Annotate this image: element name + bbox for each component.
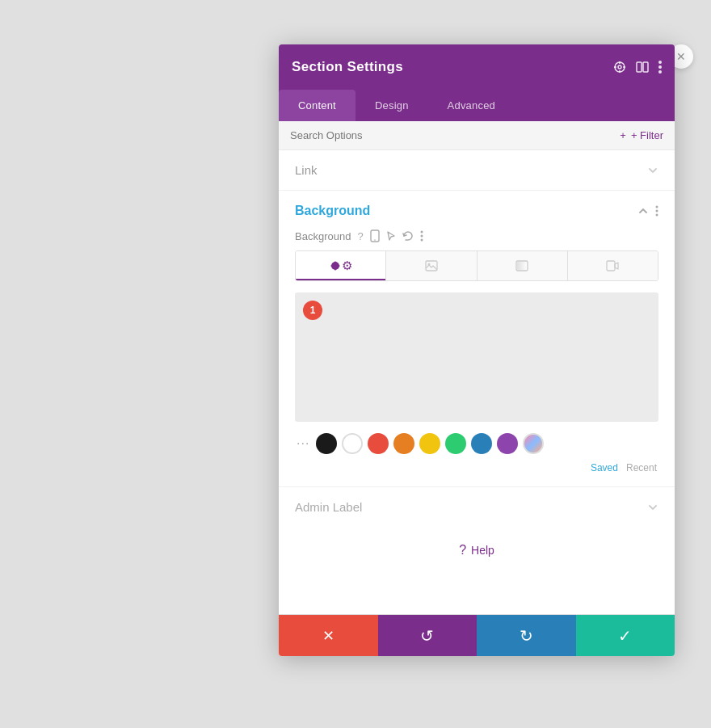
background-section: Background — [279, 191, 675, 486]
help-circle-icon: ? — [459, 543, 466, 558]
swatch-yellow[interactable] — [419, 433, 440, 454]
color-preview-area: 1 — [295, 292, 658, 422]
modal-header: Section Settings — [279, 44, 675, 90]
help-row[interactable]: ? Help — [279, 527, 675, 574]
swatch-green[interactable] — [445, 433, 466, 454]
recent-tab[interactable]: Recent — [626, 462, 657, 473]
toolbar-kebab-icon[interactable] — [420, 230, 423, 242]
header-icons — [613, 61, 662, 74]
admin-label-section[interactable]: Admin Label — [279, 486, 675, 527]
search-input[interactable] — [290, 129, 452, 141]
tabs-bar: Content Design Advanced — [279, 90, 675, 121]
modal-title: Section Settings — [292, 59, 403, 75]
color-swatches-row: ··· — [295, 433, 658, 454]
redo-button[interactable]: ↻ — [477, 615, 576, 656]
swatch-blue[interactable] — [471, 433, 492, 454]
svg-rect-6 — [637, 62, 642, 72]
swatch-orange[interactable] — [393, 433, 414, 454]
link-chevron-down-icon — [647, 165, 658, 176]
svg-point-10 — [658, 70, 662, 74]
undo-button[interactable]: ↺ — [378, 615, 478, 656]
admin-label-chevron-down-icon — [647, 502, 658, 513]
background-section-header: Background — [295, 204, 658, 218]
background-toolbar: Background ? — [295, 229, 658, 242]
cancel-button[interactable]: ✕ — [279, 615, 378, 656]
svg-rect-25 — [607, 261, 615, 271]
svg-rect-7 — [643, 62, 648, 72]
close-outside-icon: ✕ — [676, 50, 686, 63]
undo-footer-icon: ↺ — [420, 626, 434, 646]
svg-point-17 — [420, 235, 423, 238]
help-circle-icon[interactable]: ? — [357, 230, 363, 242]
svg-point-11 — [656, 206, 658, 208]
svg-point-16 — [420, 231, 423, 234]
svg-point-9 — [658, 65, 662, 69]
saved-recent-tabs: Saved Recent — [295, 462, 658, 486]
svg-point-13 — [656, 214, 658, 217]
spacer — [279, 574, 675, 614]
svg-rect-24 — [517, 262, 527, 270]
target-icon[interactable] — [613, 61, 626, 74]
mobile-icon[interactable] — [370, 229, 380, 242]
search-bar: + + Filter — [279, 121, 675, 150]
swatch-purple[interactable] — [497, 433, 518, 454]
redo-footer-icon: ↻ — [520, 626, 533, 646]
cursor-icon[interactable] — [386, 230, 396, 242]
filter-button[interactable]: + + Filter — [620, 129, 663, 141]
bg-toolbar-label: Background — [295, 230, 351, 242]
plus-icon: + — [620, 129, 626, 141]
save-icon: ✓ — [618, 626, 632, 646]
swatch-black[interactable] — [316, 433, 337, 454]
modal-footer: ✕ ↺ ↻ ✓ — [279, 614, 675, 656]
svg-point-22 — [427, 263, 430, 266]
more-colors-icon[interactable]: ··· — [297, 436, 309, 451]
tab-content[interactable]: Content — [279, 90, 356, 121]
collapse-icon[interactable] — [637, 205, 649, 217]
cancel-icon: ✕ — [322, 627, 334, 645]
bg-type-color-tab[interactable]: ⚙ — [296, 251, 386, 280]
tab-advanced[interactable]: Advanced — [428, 90, 515, 121]
modal-content: Link Background — [279, 150, 675, 614]
tab-design[interactable]: Design — [356, 90, 428, 121]
svg-point-15 — [374, 239, 376, 241]
link-section-row[interactable]: Link — [279, 150, 675, 191]
save-button[interactable]: ✓ — [576, 615, 675, 656]
swatch-red[interactable] — [368, 433, 389, 454]
link-label: Link — [295, 163, 318, 177]
admin-label-text: Admin Label — [295, 500, 362, 514]
columns-icon[interactable] — [636, 61, 649, 74]
bg-type-video-tab[interactable] — [568, 251, 658, 280]
swatch-white[interactable] — [342, 433, 363, 454]
svg-point-12 — [656, 210, 658, 213]
preview-badge: 1 — [303, 301, 322, 320]
saved-tab[interactable]: Saved — [591, 462, 618, 473]
swatch-gradient[interactable] — [523, 433, 544, 454]
undo-icon[interactable] — [402, 230, 414, 242]
svg-point-1 — [618, 65, 621, 69]
kebab-menu-icon[interactable] — [658, 61, 662, 74]
filter-label: + Filter — [631, 129, 663, 141]
section-settings-modal: Section Settings — [279, 44, 675, 656]
bg-type-gradient-tab[interactable] — [478, 251, 568, 280]
background-section-controls — [637, 205, 658, 217]
bg-type-image-tab[interactable] — [386, 251, 477, 280]
background-section-title: Background — [295, 204, 370, 218]
background-kebab-icon[interactable] — [655, 205, 658, 217]
svg-point-8 — [658, 61, 662, 64]
svg-point-18 — [420, 239, 423, 242]
bg-type-tabs: ⚙ — [295, 250, 658, 281]
help-label: Help — [471, 544, 494, 557]
